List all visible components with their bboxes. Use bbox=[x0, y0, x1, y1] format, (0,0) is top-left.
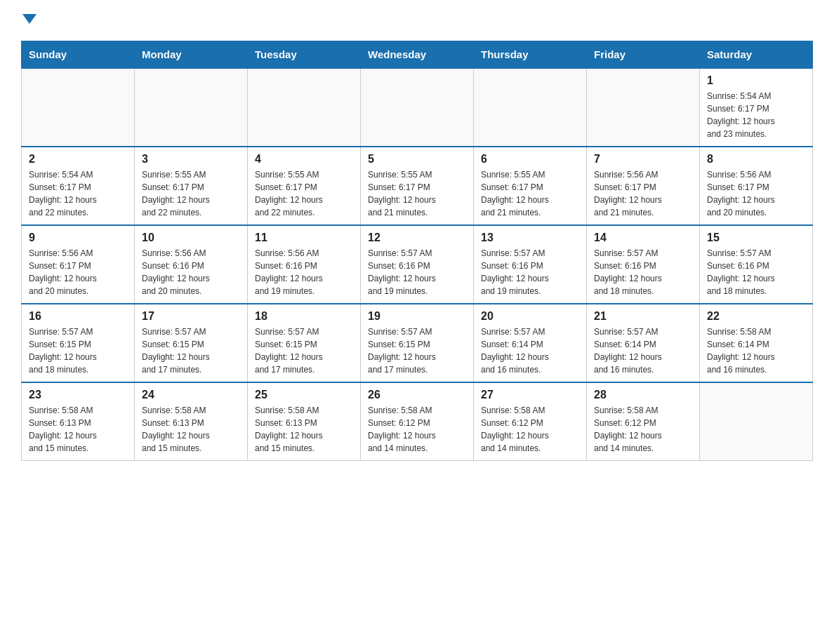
day-info: Sunrise: 5:58 AM Sunset: 6:14 PM Dayligh… bbox=[707, 326, 805, 376]
day-info: Sunrise: 5:56 AM Sunset: 6:17 PM Dayligh… bbox=[707, 168, 805, 219]
day-number: 9 bbox=[29, 232, 127, 244]
calendar-cell bbox=[587, 68, 700, 147]
day-info: Sunrise: 5:56 AM Sunset: 6:17 PM Dayligh… bbox=[594, 168, 692, 219]
day-number: 23 bbox=[29, 389, 127, 401]
day-info: Sunrise: 5:57 AM Sunset: 6:15 PM Dayligh… bbox=[142, 326, 240, 376]
day-number: 4 bbox=[255, 153, 353, 166]
day-info: Sunrise: 5:54 AM Sunset: 6:17 PM Dayligh… bbox=[29, 168, 127, 219]
calendar-cell bbox=[22, 68, 135, 147]
calendar-cell: 8Sunrise: 5:56 AM Sunset: 6:17 PM Daylig… bbox=[700, 147, 813, 225]
calendar-cell: 10Sunrise: 5:56 AM Sunset: 6:16 PM Dayli… bbox=[135, 225, 248, 304]
day-info: Sunrise: 5:56 AM Sunset: 6:17 PM Dayligh… bbox=[29, 247, 127, 297]
day-info: Sunrise: 5:57 AM Sunset: 6:16 PM Dayligh… bbox=[594, 247, 692, 297]
day-info: Sunrise: 5:55 AM Sunset: 6:17 PM Dayligh… bbox=[255, 168, 353, 219]
day-number: 15 bbox=[707, 232, 805, 244]
calendar-cell: 5Sunrise: 5:55 AM Sunset: 6:17 PM Daylig… bbox=[361, 147, 474, 225]
day-number: 1 bbox=[707, 74, 805, 87]
logo bbox=[21, 14, 37, 28]
week-row-3: 9Sunrise: 5:56 AM Sunset: 6:17 PM Daylig… bbox=[22, 225, 813, 304]
day-number: 2 bbox=[29, 153, 127, 166]
day-info: Sunrise: 5:57 AM Sunset: 6:14 PM Dayligh… bbox=[481, 326, 579, 376]
day-number: 18 bbox=[255, 310, 353, 323]
day-info: Sunrise: 5:58 AM Sunset: 6:13 PM Dayligh… bbox=[142, 404, 240, 455]
calendar-cell: 4Sunrise: 5:55 AM Sunset: 6:17 PM Daylig… bbox=[248, 147, 361, 225]
day-info: Sunrise: 5:57 AM Sunset: 6:16 PM Dayligh… bbox=[707, 247, 805, 297]
calendar-cell bbox=[248, 68, 361, 147]
calendar-cell: 15Sunrise: 5:57 AM Sunset: 6:16 PM Dayli… bbox=[700, 225, 813, 304]
weekday-header-monday: Monday bbox=[135, 41, 248, 69]
calendar-cell bbox=[474, 68, 587, 147]
calendar-cell: 27Sunrise: 5:58 AM Sunset: 6:12 PM Dayli… bbox=[474, 382, 587, 461]
day-number: 13 bbox=[481, 232, 579, 244]
day-number: 12 bbox=[368, 232, 466, 244]
calendar-cell: 18Sunrise: 5:57 AM Sunset: 6:15 PM Dayli… bbox=[248, 304, 361, 382]
day-number: 3 bbox=[142, 153, 240, 166]
day-number: 22 bbox=[707, 310, 805, 323]
page-header bbox=[21, 14, 813, 28]
day-info: Sunrise: 5:54 AM Sunset: 6:17 PM Dayligh… bbox=[707, 90, 805, 140]
day-number: 26 bbox=[368, 389, 466, 401]
day-info: Sunrise: 5:55 AM Sunset: 6:17 PM Dayligh… bbox=[142, 168, 240, 219]
calendar-cell: 11Sunrise: 5:56 AM Sunset: 6:16 PM Dayli… bbox=[248, 225, 361, 304]
day-number: 17 bbox=[142, 310, 240, 323]
day-info: Sunrise: 5:58 AM Sunset: 6:12 PM Dayligh… bbox=[368, 404, 466, 455]
calendar-cell: 7Sunrise: 5:56 AM Sunset: 6:17 PM Daylig… bbox=[587, 147, 700, 225]
day-number: 16 bbox=[29, 310, 127, 323]
weekday-header-saturday: Saturday bbox=[700, 41, 813, 69]
calendar-cell: 9Sunrise: 5:56 AM Sunset: 6:17 PM Daylig… bbox=[22, 225, 135, 304]
weekday-header-thursday: Thursday bbox=[474, 41, 587, 69]
week-row-5: 23Sunrise: 5:58 AM Sunset: 6:13 PM Dayli… bbox=[22, 382, 813, 461]
calendar-cell: 20Sunrise: 5:57 AM Sunset: 6:14 PM Dayli… bbox=[474, 304, 587, 382]
calendar-cell: 12Sunrise: 5:57 AM Sunset: 6:16 PM Dayli… bbox=[361, 225, 474, 304]
day-number: 21 bbox=[594, 310, 692, 323]
calendar-cell: 26Sunrise: 5:58 AM Sunset: 6:12 PM Dayli… bbox=[361, 382, 474, 461]
weekday-header-sunday: Sunday bbox=[22, 41, 135, 69]
day-info: Sunrise: 5:57 AM Sunset: 6:15 PM Dayligh… bbox=[29, 326, 127, 376]
calendar-cell: 25Sunrise: 5:58 AM Sunset: 6:13 PM Dayli… bbox=[248, 382, 361, 461]
calendar-cell: 24Sunrise: 5:58 AM Sunset: 6:13 PM Dayli… bbox=[135, 382, 248, 461]
day-info: Sunrise: 5:58 AM Sunset: 6:12 PM Dayligh… bbox=[594, 404, 692, 455]
day-number: 25 bbox=[255, 389, 353, 401]
day-info: Sunrise: 5:56 AM Sunset: 6:16 PM Dayligh… bbox=[142, 247, 240, 297]
day-number: 14 bbox=[594, 232, 692, 244]
day-info: Sunrise: 5:58 AM Sunset: 6:13 PM Dayligh… bbox=[255, 404, 353, 455]
day-number: 19 bbox=[368, 310, 466, 323]
calendar-cell: 1Sunrise: 5:54 AM Sunset: 6:17 PM Daylig… bbox=[700, 68, 813, 147]
calendar-cell: 13Sunrise: 5:57 AM Sunset: 6:16 PM Dayli… bbox=[474, 225, 587, 304]
day-info: Sunrise: 5:57 AM Sunset: 6:16 PM Dayligh… bbox=[368, 247, 466, 297]
weekday-header-friday: Friday bbox=[587, 41, 700, 69]
calendar-cell: 2Sunrise: 5:54 AM Sunset: 6:17 PM Daylig… bbox=[22, 147, 135, 225]
day-info: Sunrise: 5:57 AM Sunset: 6:16 PM Dayligh… bbox=[481, 247, 579, 297]
week-row-4: 16Sunrise: 5:57 AM Sunset: 6:15 PM Dayli… bbox=[22, 304, 813, 382]
week-row-1: 1Sunrise: 5:54 AM Sunset: 6:17 PM Daylig… bbox=[22, 68, 813, 147]
calendar-cell: 22Sunrise: 5:58 AM Sunset: 6:14 PM Dayli… bbox=[700, 304, 813, 382]
day-info: Sunrise: 5:55 AM Sunset: 6:17 PM Dayligh… bbox=[368, 168, 466, 219]
day-number: 6 bbox=[481, 153, 579, 166]
day-number: 5 bbox=[368, 153, 466, 166]
calendar-cell: 14Sunrise: 5:57 AM Sunset: 6:16 PM Dayli… bbox=[587, 225, 700, 304]
weekday-header-row: SundayMondayTuesdayWednesdayThursdayFrid… bbox=[22, 41, 813, 69]
day-info: Sunrise: 5:55 AM Sunset: 6:17 PM Dayligh… bbox=[481, 168, 579, 219]
day-info: Sunrise: 5:58 AM Sunset: 6:12 PM Dayligh… bbox=[481, 404, 579, 455]
day-number: 24 bbox=[142, 389, 240, 401]
calendar-cell bbox=[700, 382, 813, 461]
calendar-cell: 6Sunrise: 5:55 AM Sunset: 6:17 PM Daylig… bbox=[474, 147, 587, 225]
day-number: 27 bbox=[481, 389, 579, 401]
logo-arrow-icon bbox=[22, 14, 37, 24]
day-number: 7 bbox=[594, 153, 692, 166]
day-info: Sunrise: 5:57 AM Sunset: 6:15 PM Dayligh… bbox=[368, 326, 466, 376]
calendar-cell: 21Sunrise: 5:57 AM Sunset: 6:14 PM Dayli… bbox=[587, 304, 700, 382]
calendar-cell bbox=[135, 68, 248, 147]
calendar-cell: 16Sunrise: 5:57 AM Sunset: 6:15 PM Dayli… bbox=[22, 304, 135, 382]
day-info: Sunrise: 5:56 AM Sunset: 6:16 PM Dayligh… bbox=[255, 247, 353, 297]
calendar-cell: 19Sunrise: 5:57 AM Sunset: 6:15 PM Dayli… bbox=[361, 304, 474, 382]
day-number: 8 bbox=[707, 153, 805, 166]
weekday-header-tuesday: Tuesday bbox=[248, 41, 361, 69]
weekday-header-wednesday: Wednesday bbox=[361, 41, 474, 69]
calendar-cell: 3Sunrise: 5:55 AM Sunset: 6:17 PM Daylig… bbox=[135, 147, 248, 225]
day-info: Sunrise: 5:57 AM Sunset: 6:15 PM Dayligh… bbox=[255, 326, 353, 376]
day-number: 10 bbox=[142, 232, 240, 244]
calendar-cell: 23Sunrise: 5:58 AM Sunset: 6:13 PM Dayli… bbox=[22, 382, 135, 461]
calendar-cell: 17Sunrise: 5:57 AM Sunset: 6:15 PM Dayli… bbox=[135, 304, 248, 382]
day-info: Sunrise: 5:57 AM Sunset: 6:14 PM Dayligh… bbox=[594, 326, 692, 376]
